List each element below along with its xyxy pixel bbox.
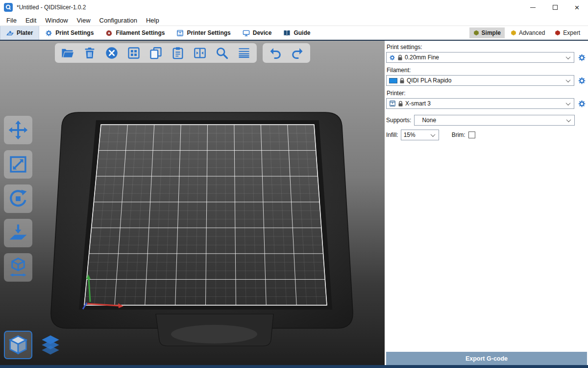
rotate-button[interactable] [4, 184, 32, 213]
arrange-icon [127, 46, 141, 60]
undo-icon [269, 46, 282, 60]
split-icon [193, 46, 207, 60]
mode-advanced[interactable]: Advanced [507, 27, 549, 38]
scale-icon [8, 154, 28, 175]
split-button[interactable] [192, 45, 208, 61]
infill-combo[interactable]: 15% [401, 130, 439, 140]
paste-button[interactable] [170, 45, 186, 61]
tab-label: Plater [17, 29, 33, 36]
toolbar-undo-group [263, 43, 310, 63]
copy-button[interactable] [148, 45, 164, 61]
infill-label: Infill: [386, 131, 398, 138]
delete-icon [83, 46, 97, 60]
filament-row: QIDI PLA Rapido [386, 75, 587, 86]
advanced-mode-dot-icon [511, 30, 516, 36]
chevron-down-icon [566, 117, 571, 122]
infill-brim-row: Infill: 15% Brim: [386, 130, 587, 140]
mode-simple[interactable]: Simple [469, 27, 505, 38]
tab-label: Device [253, 29, 272, 36]
print-settings-combo[interactable]: 0.20mm Fine [386, 52, 574, 63]
filament-label: Filament: [387, 67, 587, 74]
redo-icon [291, 46, 304, 60]
close-icon: × [575, 3, 580, 12]
window-bottom-border [0, 365, 588, 368]
tab-printer-settings[interactable]: Printer Settings [171, 26, 236, 40]
close-button[interactable]: × [566, 0, 588, 15]
viewport-toolbar [55, 43, 310, 63]
filament-combo[interactable]: QIDI PLA Rapido [386, 75, 574, 86]
printer-gear-button[interactable] [576, 98, 587, 109]
tab-guide[interactable]: Guide [277, 26, 316, 40]
delete-all-button[interactable] [104, 45, 120, 61]
open-icon [61, 46, 74, 60]
print-settings-gear-button[interactable] [576, 52, 587, 63]
menu-help[interactable]: Help [142, 17, 164, 24]
view-layers-button[interactable] [39, 334, 62, 356]
search-icon [215, 46, 229, 60]
build-plate [84, 125, 327, 305]
search-button[interactable] [214, 45, 230, 61]
print-settings-row: 0.20mm Fine [386, 52, 587, 63]
tab-print-settings[interactable]: Print Settings [39, 26, 99, 40]
menu-edit[interactable]: Edit [21, 17, 41, 24]
view-3d-button[interactable] [4, 331, 32, 359]
maximize-button[interactable] [544, 0, 566, 15]
tab-device[interactable]: Device [237, 26, 278, 40]
menu-bar: File Edit Window View Configuration Help [0, 15, 588, 26]
title-bar: *Untitled - QIDISlicer-1.0.2 × [0, 0, 588, 15]
tab-bar: Plater Print Settings Filament Settings … [0, 26, 588, 41]
mode-selector: Simple Advanced Expert [469, 26, 588, 40]
menu-window[interactable]: Window [41, 17, 72, 24]
chevron-down-icon [566, 54, 571, 59]
minimize-icon [530, 7, 536, 8]
arrange-button[interactable] [126, 45, 142, 61]
supports-row: Supports: None [386, 115, 587, 126]
scale-button[interactable] [4, 150, 32, 179]
app-logo-icon [4, 3, 13, 12]
viewport-3d[interactable] [0, 41, 385, 365]
filament-gear-button[interactable] [576, 75, 587, 86]
supports-combo[interactable]: None [414, 115, 575, 126]
export-gcode-button[interactable]: Export G-code [386, 352, 587, 365]
tab-label: Guide [294, 29, 310, 36]
gear-icon [578, 77, 586, 85]
export-gcode-label: Export G-code [466, 355, 508, 362]
window-title: *Untitled - QIDISlicer-1.0.2 [17, 4, 86, 11]
measure-button[interactable] [4, 253, 32, 282]
open-button[interactable] [60, 45, 75, 61]
tab-label: Filament Settings [116, 29, 165, 36]
tab-plater[interactable]: Plater [0, 26, 39, 40]
move-icon [8, 120, 28, 140]
tab-filament-settings[interactable]: Filament Settings [99, 26, 171, 40]
printer-combo[interactable]: X-smart 3 [386, 98, 574, 109]
tab-label: Print Settings [55, 29, 94, 36]
menu-configuration[interactable]: Configuration [95, 17, 142, 24]
measure-icon [8, 257, 28, 278]
move-button[interactable] [4, 116, 32, 144]
minimize-button[interactable] [522, 0, 544, 15]
layers-view-icon [39, 334, 62, 356]
layer-height-button[interactable] [236, 45, 252, 61]
redo-button[interactable] [290, 45, 305, 61]
book-icon [283, 29, 291, 37]
paste-icon [171, 46, 185, 60]
rotate-icon [8, 188, 28, 209]
window-controls: × [522, 0, 588, 15]
delete-all-icon [105, 46, 119, 60]
brim-checkbox[interactable] [468, 131, 475, 138]
chevron-down-icon [430, 132, 435, 137]
bed-handle-recess [171, 325, 257, 343]
infill-value: 15% [404, 131, 416, 138]
gear-icon [578, 53, 586, 62]
menu-view[interactable]: View [73, 17, 95, 24]
undo-button[interactable] [268, 45, 283, 61]
delete-button[interactable] [82, 45, 98, 61]
mode-expert[interactable]: Expert [551, 27, 584, 38]
gear-icon [578, 100, 586, 108]
place-on-face-button[interactable] [4, 219, 32, 247]
menu-file[interactable]: File [2, 17, 21, 24]
mode-label: Expert [563, 29, 580, 36]
maximize-icon [553, 5, 558, 10]
main-area: Print settings: 0.20mm Fine Filament: QI… [0, 41, 588, 365]
printer-icon [389, 100, 396, 107]
